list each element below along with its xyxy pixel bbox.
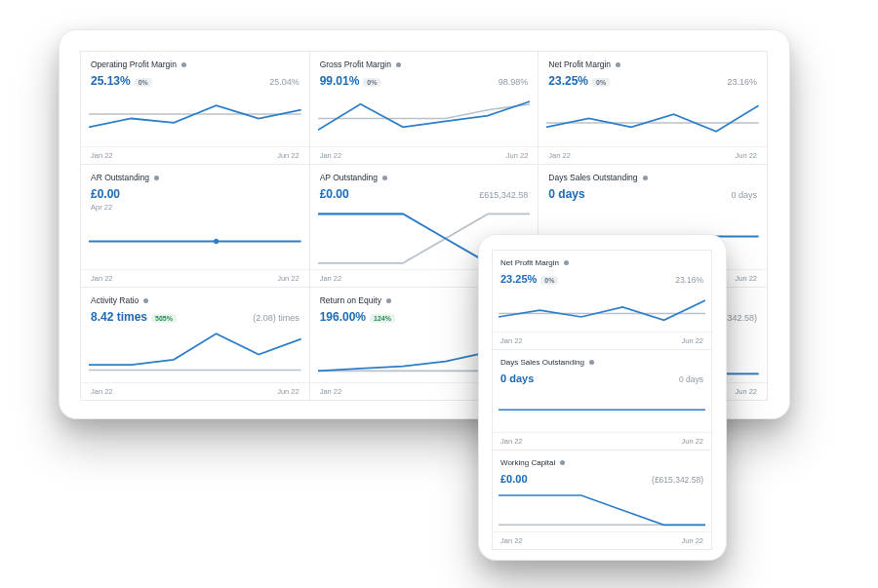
sparkline-chart	[499, 291, 705, 330]
axis-start: Jan 22	[548, 151, 571, 160]
axis-end: Jun 22	[735, 151, 757, 160]
sparkline-chart	[89, 93, 301, 144]
info-icon[interactable]	[154, 176, 159, 180]
kpi-value: 0 days	[548, 187, 584, 201]
info-icon[interactable]	[643, 176, 648, 180]
kpi-comparison: 23.16%	[727, 77, 757, 87]
axis-end: Jun 22	[277, 274, 299, 283]
kpi-value: 25.13%	[91, 74, 131, 88]
axis-start: Jan 22	[91, 387, 113, 396]
delta-badge: 0%	[135, 78, 152, 87]
kpi-comparison: £615,342.58	[479, 190, 528, 200]
axis-end: Jun 22	[735, 274, 757, 283]
sparkline-chart	[89, 329, 301, 380]
kpi-title: Activity Ratio	[91, 295, 139, 305]
tablet-device: Net Profit Margin23.25%0%23.16%Jan 22Jun…	[478, 234, 727, 561]
info-icon[interactable]	[564, 260, 569, 265]
kpi-card-ar[interactable]: AR Outstanding£0.00Apr 22Jan 22Jun 22	[80, 164, 310, 288]
kpi-card-wc[interactable]: Working Capital£0.00(£615,342.58)Jan 22J…	[492, 450, 712, 550]
kpi-card-dso[interactable]: Days Sales Outstanding0 days0 daysJan 22…	[492, 349, 712, 450]
kpi-title: Return on Equity	[320, 295, 381, 305]
kpi-title: Days Sales Outstanding	[500, 358, 584, 367]
kpi-title: Net Profit Margin	[548, 59, 611, 69]
delta-badge: 0%	[363, 78, 380, 87]
kpi-grid-tablet: Net Profit Margin23.25%0%23.16%Jan 22Jun…	[493, 251, 712, 546]
kpi-comparison: 0 days	[731, 190, 757, 200]
kpi-value: 196.00%	[320, 310, 366, 324]
axis-end: Jun 22	[277, 151, 299, 160]
delta-badge: 124%	[370, 314, 395, 323]
delta-badge: 505%	[151, 314, 177, 323]
sparkline-chart	[499, 390, 705, 429]
sparkline-chart	[546, 93, 759, 144]
kpi-value: 0 days	[500, 372, 534, 384]
axis-start: Jan 22	[500, 437, 523, 446]
sparkline-chart	[89, 216, 301, 267]
svg-point-0	[214, 239, 219, 245]
kpi-value: 23.25%	[548, 74, 588, 88]
kpi-value: 99.01%	[320, 74, 360, 88]
kpi-title: Working Capital	[500, 458, 555, 467]
axis-start: Jan 22	[500, 536, 523, 545]
info-icon[interactable]	[386, 298, 391, 303]
kpi-title: Operating Profit Margin	[91, 59, 177, 69]
info-icon[interactable]	[616, 62, 620, 67]
axis-end: Jun 22	[506, 151, 529, 160]
kpi-comparison: (£615,342.58)	[652, 475, 703, 485]
kpi-card-npm[interactable]: Net Profit Margin23.25%0%23.16%Jan 22Jun…	[538, 51, 768, 165]
sub-label: Apr 22	[91, 203, 299, 212]
kpi-value: £0.00	[91, 187, 120, 201]
kpi-title: Gross Profit Margin	[320, 59, 391, 69]
delta-badge: 0%	[592, 78, 610, 87]
kpi-comparison: 98.98%	[499, 77, 529, 87]
info-icon[interactable]	[589, 360, 594, 365]
kpi-value: £0.00	[500, 473, 528, 485]
kpi-comparison: 25.04%	[269, 77, 299, 87]
kpi-value: 23.25%	[500, 273, 537, 285]
kpi-comparison: 23.16%	[675, 275, 703, 285]
kpi-value: 8.42 times	[91, 310, 147, 324]
kpi-card-gpm[interactable]: Gross Profit Margin99.01%0%98.98%Jan 22J…	[309, 51, 539, 165]
sparkline-chart	[499, 490, 705, 529]
axis-end: Jun 22	[735, 387, 757, 396]
kpi-title: AP Outstanding	[320, 173, 378, 182]
sparkline-chart	[318, 93, 531, 144]
kpi-card-opm[interactable]: Operating Profit Margin25.13%0%25.04%Jan…	[80, 51, 310, 165]
axis-end: Jun 22	[277, 387, 299, 396]
axis-end: Jun 22	[681, 437, 703, 446]
kpi-card-npm[interactable]: Net Profit Margin23.25%0%23.16%Jan 22Jun…	[492, 250, 712, 350]
axis-start: Jan 22	[500, 336, 523, 345]
delta-badge: 0%	[540, 276, 558, 285]
axis-start: Jan 22	[91, 274, 113, 283]
info-icon[interactable]	[560, 460, 565, 465]
info-icon[interactable]	[181, 62, 186, 67]
kpi-card-act[interactable]: Activity Ratio8.42 times505%(2.08) times…	[80, 287, 310, 401]
kpi-title: Net Profit Margin	[500, 258, 559, 267]
axis-start: Jan 22	[320, 274, 342, 283]
kpi-comparison: 0 days	[679, 374, 703, 384]
axis-start: Jan 22	[320, 151, 342, 160]
axis-start: Jan 22	[320, 387, 342, 396]
axis-end: Jun 22	[681, 336, 703, 345]
kpi-comparison: (2.08) times	[253, 313, 299, 323]
kpi-value: £0.00	[320, 187, 349, 201]
axis-end: Jun 22	[681, 536, 703, 545]
kpi-title: AR Outstanding	[91, 173, 149, 182]
info-icon[interactable]	[143, 298, 148, 303]
kpi-title: Days Sales Outstanding	[548, 173, 637, 182]
info-icon[interactable]	[382, 176, 387, 180]
info-icon[interactable]	[396, 62, 401, 67]
axis-start: Jan 22	[91, 151, 113, 160]
